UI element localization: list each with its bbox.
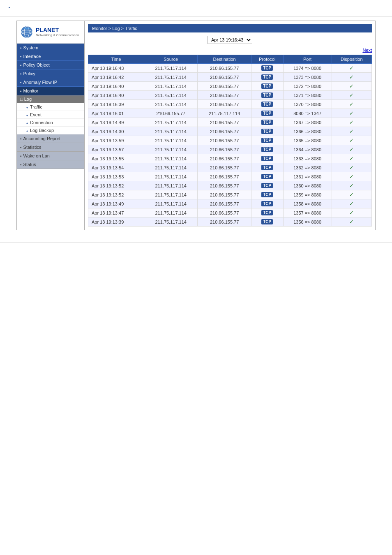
cell-port: 1367 => 8080 xyxy=(283,118,332,127)
table-row: Apr 13 19:16:42 211.75.117.114 210.66.15… xyxy=(88,73,372,82)
check-icon: ✓ xyxy=(349,137,354,143)
cell-disposition: ✓ xyxy=(332,100,371,109)
cell-disposition: ✓ xyxy=(332,64,371,73)
check-icon: ✓ xyxy=(349,119,354,125)
cell-source: 211.75.117.114 xyxy=(144,73,198,82)
cell-disposition: ✓ xyxy=(332,181,371,190)
cell-protocol: TCP xyxy=(251,154,283,163)
col-protocol: Protocol xyxy=(251,55,283,64)
breadcrumb-text: Monitor > Log > Traffic xyxy=(92,26,137,31)
next-link[interactable]: Next xyxy=(362,48,372,53)
sidebar-item-status[interactable]: ▪ Status xyxy=(17,160,84,169)
cell-protocol: TCP xyxy=(251,91,283,100)
sidebar-item-wake-on-lan[interactable]: ▪ Wake on Lan xyxy=(17,152,84,160)
check-icon: ✓ xyxy=(349,219,354,225)
cell-disposition: ✓ xyxy=(332,199,371,208)
logo-brand: PLANET xyxy=(36,27,79,33)
sidebar-item-event[interactable]: ↳ Event xyxy=(17,111,84,119)
cell-time: Apr 13 19:14:49 xyxy=(88,118,144,127)
protocol-badge: TCP xyxy=(261,65,273,71)
protocol-badge: TCP xyxy=(261,111,273,116)
check-icon: ✓ xyxy=(349,92,354,98)
cell-disposition: ✓ xyxy=(332,163,371,172)
cell-destination: 210.66.155.77 xyxy=(198,208,251,217)
sidebar-item-connection[interactable]: ↳ Connection xyxy=(17,119,84,127)
breadcrumb: Monitor > Log > Traffic xyxy=(88,24,372,32)
sidebar-item-anomaly-flow-ip[interactable]: ▪ Anomaly Flow IP xyxy=(17,78,84,87)
cell-time: Apr 13 19:13:59 xyxy=(88,136,144,145)
cell-port: 1363 => 8080 xyxy=(283,154,332,163)
cell-port: 1371 => 8080 xyxy=(283,91,332,100)
sidebar-item-policy-object-label: Policy Object xyxy=(23,62,50,67)
sidebar-item-accounting-report[interactable]: ▪ Accounting Report xyxy=(17,134,84,143)
col-disposition: Disposition xyxy=(332,55,371,64)
check-icon: ✓ xyxy=(349,65,354,71)
sidebar-item-system[interactable]: ▪ System xyxy=(17,44,84,52)
sidebar-item-system-label: System xyxy=(23,45,39,50)
sidebar-item-interface[interactable]: ▪ Interface xyxy=(17,52,84,61)
cell-time: Apr 13 19:13:47 xyxy=(88,208,144,217)
cell-port: 1373 => 8080 xyxy=(283,73,332,82)
cell-disposition: ✓ xyxy=(332,208,371,217)
sidebar-logo: PLANET Networking & Communication xyxy=(17,21,84,44)
col-source: Source xyxy=(144,55,198,64)
sidebar-item-monitor[interactable]: ▪ Monitor xyxy=(17,87,84,95)
sidebar-item-policy-object[interactable]: ▪ Policy Object xyxy=(17,61,84,69)
col-port: Port xyxy=(283,55,332,64)
check-icon: ✓ xyxy=(349,183,354,189)
cell-destination: 210.66.155.77 xyxy=(198,127,251,136)
cell-disposition: ✓ xyxy=(332,91,371,100)
cell-protocol: TCP xyxy=(251,163,283,172)
sidebar-item-policy-label: Policy xyxy=(23,71,35,76)
table-row: Apr 13 19:13:47 211.75.117.114 210.66.15… xyxy=(88,208,372,217)
statistics-icon: ▪ xyxy=(20,145,22,150)
cell-destination: 210.66.155.77 xyxy=(198,64,251,73)
sidebar-item-status-label: Status xyxy=(23,162,36,167)
protocol-badge: TCP xyxy=(261,74,273,80)
cell-destination: 210.66.155.77 xyxy=(198,91,251,100)
cell-disposition: ✓ xyxy=(332,154,371,163)
table-row: Apr 13 19:14:30 211.75.117.114 210.66.15… xyxy=(88,127,372,136)
cell-time: Apr 13 19:13:49 xyxy=(88,199,144,208)
table-row: Apr 13 19:13:52 211.75.117.114 210.66.15… xyxy=(88,190,372,199)
cell-source: 211.75.117.114 xyxy=(144,100,198,109)
cell-destination: 210.66.155.77 xyxy=(198,181,251,190)
monitor-icon: ▪ xyxy=(20,89,22,93)
sidebar-item-statistics[interactable]: ▪ Statistics xyxy=(17,143,84,152)
table-row: Apr 13 19:13:53 211.75.117.114 210.66.15… xyxy=(88,172,372,181)
interface-icon: ▪ xyxy=(20,54,22,59)
date-select[interactable]: Apr 13 19:16:43 xyxy=(208,36,252,44)
cell-destination: 210.66.155.77 xyxy=(198,154,251,163)
check-icon: ✓ xyxy=(349,146,354,153)
cell-port: 1365 => 8080 xyxy=(283,136,332,145)
check-icon: ✓ xyxy=(349,110,354,116)
sidebar-item-connection-label: Connection xyxy=(30,120,53,125)
cell-time: Apr 13 19:13:39 xyxy=(88,217,144,227)
cell-destination: 210.66.155.77 xyxy=(198,136,251,145)
cell-source: 211.75.117.114 xyxy=(144,172,198,181)
cell-source: 211.75.117.114 xyxy=(144,82,198,91)
event-arrow-icon: ↳ xyxy=(25,113,28,117)
cell-protocol: TCP xyxy=(251,181,283,190)
check-icon: ✓ xyxy=(349,128,354,134)
sidebar-item-monitor-label: Monitor xyxy=(23,88,39,93)
sidebar: PLANET Networking & Communication ▪ Syst… xyxy=(17,21,85,230)
protocol-badge: TCP xyxy=(261,120,273,125)
cell-port: 1362 => 8080 xyxy=(283,163,332,172)
system-icon: ▪ xyxy=(20,46,22,50)
sidebar-item-traffic[interactable]: ↳ Traffic xyxy=(17,103,84,111)
sidebar-item-interface-label: Interface xyxy=(23,54,41,59)
cell-destination: 210.66.155.77 xyxy=(198,172,251,181)
sidebar-item-policy[interactable]: ▪ Policy xyxy=(17,69,84,78)
protocol-badge: TCP xyxy=(261,174,273,179)
table-row: Apr 13 19:16:40 211.75.117.114 210.66.15… xyxy=(88,82,372,91)
cell-protocol: TCP xyxy=(251,217,283,227)
sidebar-item-log-backup[interactable]: ↳ Log Backup xyxy=(17,127,84,134)
cell-source: 211.75.117.114 xyxy=(144,64,198,73)
log-section-header[interactable]: □ Log xyxy=(17,95,84,103)
cell-port: 1370 => 8080 xyxy=(283,100,332,109)
cell-protocol: TCP xyxy=(251,172,283,181)
table-row: Apr 13 19:13:54 211.75.117.114 210.66.15… xyxy=(88,163,372,172)
protocol-badge: TCP xyxy=(261,192,273,197)
check-icon: ✓ xyxy=(349,173,354,180)
